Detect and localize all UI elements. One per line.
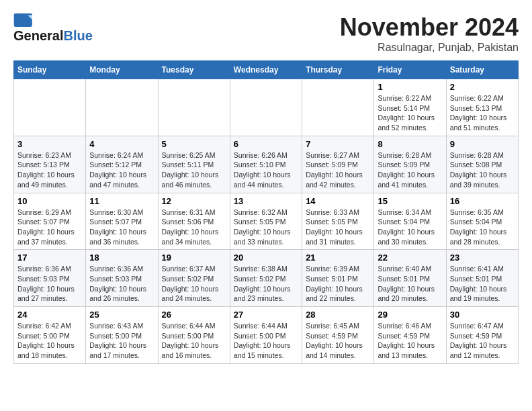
week-row-1: 1Sunrise: 6:22 AM Sunset: 5:14 PM Daylig… [14,79,519,136]
calendar-cell-3-5: 14Sunrise: 6:33 AM Sunset: 5:05 PM Dayli… [302,193,374,250]
calendar-cell-5-6: 29Sunrise: 6:46 AM Sunset: 4:59 PM Dayli… [374,307,446,364]
location: Rasulnagar, Punjab, Pakistan [340,42,519,54]
day-number: 16 [450,196,515,206]
day-number: 27 [234,310,298,320]
calendar-cell-2-1: 3Sunrise: 6:23 AM Sunset: 5:13 PM Daylig… [14,136,86,193]
day-info: Sunrise: 6:40 AM Sunset: 5:01 PM Dayligh… [378,264,442,304]
calendar-cell-4-6: 22Sunrise: 6:40 AM Sunset: 5:01 PM Dayli… [374,250,446,307]
calendar-cell-2-5: 7Sunrise: 6:27 AM Sunset: 5:09 PM Daylig… [302,136,374,193]
day-number: 20 [234,253,298,263]
day-number: 23 [450,253,515,263]
day-number: 10 [17,196,82,206]
day-number: 5 [162,139,226,149]
week-row-5: 24Sunrise: 6:42 AM Sunset: 5:00 PM Dayli… [14,307,519,364]
day-info: Sunrise: 6:36 AM Sunset: 5:03 PM Dayligh… [17,264,82,304]
calendar-cell-3-2: 11Sunrise: 6:30 AM Sunset: 5:07 PM Dayli… [86,193,158,250]
day-number: 8 [378,139,442,149]
day-info: Sunrise: 6:22 AM Sunset: 5:14 PM Dayligh… [378,93,442,133]
day-number: 1 [378,82,442,92]
week-row-4: 17Sunrise: 6:36 AM Sunset: 5:03 PM Dayli… [14,250,519,307]
weekday-header-saturday: Saturday [446,61,518,79]
weekday-header-friday: Friday [374,61,446,79]
calendar-cell-2-3: 5Sunrise: 6:25 AM Sunset: 5:11 PM Daylig… [158,136,230,193]
logo-icon [13,13,34,27]
calendar-cell-2-4: 6Sunrise: 6:26 AM Sunset: 5:10 PM Daylig… [230,136,302,193]
day-number: 6 [234,139,298,149]
calendar-cell-1-1 [14,79,86,136]
day-info: Sunrise: 6:38 AM Sunset: 5:02 PM Dayligh… [234,264,298,304]
calendar-cell-1-4 [230,79,302,136]
day-number: 15 [378,196,442,206]
day-number: 3 [17,139,82,149]
calendar-cell-5-4: 27Sunrise: 6:44 AM Sunset: 5:00 PM Dayli… [230,307,302,364]
calendar-cell-1-6: 1Sunrise: 6:22 AM Sunset: 5:14 PM Daylig… [374,79,446,136]
day-info: Sunrise: 6:44 AM Sunset: 5:00 PM Dayligh… [162,321,226,361]
logo-blue: Blue [63,28,92,44]
day-number: 18 [89,253,154,263]
day-number: 17 [17,253,82,263]
calendar-cell-1-2 [86,79,158,136]
day-number: 2 [450,82,515,92]
day-info: Sunrise: 6:47 AM Sunset: 4:59 PM Dayligh… [450,321,515,361]
day-info: Sunrise: 6:30 AM Sunset: 5:07 PM Dayligh… [89,208,154,247]
calendar-cell-3-7: 16Sunrise: 6:35 AM Sunset: 5:04 PM Dayli… [446,193,518,250]
calendar-cell-3-4: 13Sunrise: 6:32 AM Sunset: 5:05 PM Dayli… [230,193,302,250]
calendar-cell-4-2: 18Sunrise: 6:36 AM Sunset: 5:03 PM Dayli… [86,250,158,307]
logo: General Blue [13,13,93,44]
day-info: Sunrise: 6:39 AM Sunset: 5:01 PM Dayligh… [306,264,370,304]
day-info: Sunrise: 6:46 AM Sunset: 4:59 PM Dayligh… [378,321,442,361]
day-number: 30 [450,310,515,320]
day-info: Sunrise: 6:36 AM Sunset: 5:03 PM Dayligh… [89,264,154,304]
day-number: 12 [162,196,226,206]
calendar-cell-5-2: 25Sunrise: 6:43 AM Sunset: 5:00 PM Dayli… [86,307,158,364]
calendar-cell-1-7: 2Sunrise: 6:22 AM Sunset: 5:13 PM Daylig… [446,79,518,136]
title-area: November 2024 Rasulnagar, Punjab, Pakist… [340,13,519,54]
day-number: 29 [378,310,442,320]
day-info: Sunrise: 6:22 AM Sunset: 5:13 PM Dayligh… [450,93,515,133]
weekday-header-monday: Monday [86,61,158,79]
calendar-cell-1-3 [158,79,230,136]
calendar-cell-3-6: 15Sunrise: 6:34 AM Sunset: 5:04 PM Dayli… [374,193,446,250]
day-info: Sunrise: 6:35 AM Sunset: 5:04 PM Dayligh… [450,208,515,247]
calendar-cell-4-3: 19Sunrise: 6:37 AM Sunset: 5:02 PM Dayli… [158,250,230,307]
calendar-cell-5-1: 24Sunrise: 6:42 AM Sunset: 5:00 PM Dayli… [14,307,86,364]
day-number: 4 [89,139,154,149]
day-number: 28 [306,310,370,320]
day-info: Sunrise: 6:41 AM Sunset: 5:01 PM Dayligh… [450,264,515,304]
day-info: Sunrise: 6:26 AM Sunset: 5:10 PM Dayligh… [234,150,298,190]
calendar-cell-4-7: 23Sunrise: 6:41 AM Sunset: 5:01 PM Dayli… [446,250,518,307]
calendar-cell-2-6: 8Sunrise: 6:28 AM Sunset: 5:09 PM Daylig… [374,136,446,193]
calendar-cell-5-3: 26Sunrise: 6:44 AM Sunset: 5:00 PM Dayli… [158,307,230,364]
day-info: Sunrise: 6:31 AM Sunset: 5:06 PM Dayligh… [162,208,226,247]
day-info: Sunrise: 6:23 AM Sunset: 5:13 PM Dayligh… [17,150,82,190]
day-number: 13 [234,196,298,206]
day-number: 11 [89,196,154,206]
calendar-cell-3-1: 10Sunrise: 6:29 AM Sunset: 5:07 PM Dayli… [14,193,86,250]
day-info: Sunrise: 6:34 AM Sunset: 5:04 PM Dayligh… [378,208,442,247]
calendar-cell-5-7: 30Sunrise: 6:47 AM Sunset: 4:59 PM Dayli… [446,307,518,364]
header: General Blue November 2024 Rasulnagar, P… [13,13,519,54]
day-number: 21 [306,253,370,263]
weekday-header-wednesday: Wednesday [230,61,302,79]
day-info: Sunrise: 6:42 AM Sunset: 5:00 PM Dayligh… [17,321,82,361]
day-number: 19 [162,253,226,263]
calendar-cell-5-5: 28Sunrise: 6:45 AM Sunset: 4:59 PM Dayli… [302,307,374,364]
weekday-header-tuesday: Tuesday [158,61,230,79]
day-number: 22 [378,253,442,263]
calendar-table: SundayMondayTuesdayWednesdayThursdayFrid… [13,60,519,364]
day-info: Sunrise: 6:24 AM Sunset: 5:12 PM Dayligh… [89,150,154,190]
day-info: Sunrise: 6:28 AM Sunset: 5:08 PM Dayligh… [450,150,515,190]
calendar-cell-3-3: 12Sunrise: 6:31 AM Sunset: 5:06 PM Dayli… [158,193,230,250]
calendar-cell-2-7: 9Sunrise: 6:28 AM Sunset: 5:08 PM Daylig… [446,136,518,193]
calendar-cell-4-1: 17Sunrise: 6:36 AM Sunset: 5:03 PM Dayli… [14,250,86,307]
day-number: 7 [306,139,370,149]
day-number: 9 [450,139,515,149]
calendar-cell-2-2: 4Sunrise: 6:24 AM Sunset: 5:12 PM Daylig… [86,136,158,193]
day-info: Sunrise: 6:32 AM Sunset: 5:05 PM Dayligh… [234,208,298,247]
day-number: 25 [89,310,154,320]
weekday-header-sunday: Sunday [14,61,86,79]
day-info: Sunrise: 6:28 AM Sunset: 5:09 PM Dayligh… [378,150,442,190]
day-info: Sunrise: 6:33 AM Sunset: 5:05 PM Dayligh… [306,208,370,247]
day-info: Sunrise: 6:29 AM Sunset: 5:07 PM Dayligh… [17,208,82,247]
weekday-header-thursday: Thursday [302,61,374,79]
